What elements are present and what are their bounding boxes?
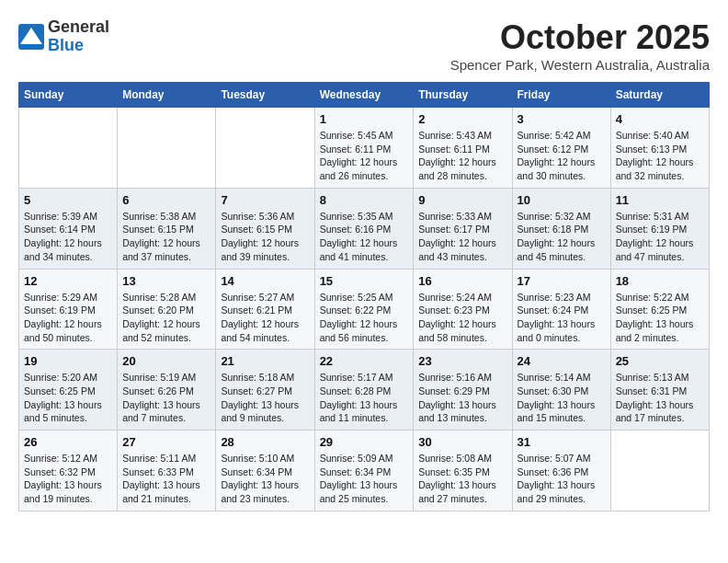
day-number: 29 bbox=[320, 435, 409, 449]
day-number: 3 bbox=[518, 112, 606, 126]
day-detail: Sunrise: 5:14 AM Sunset: 6:30 PM Dayligh… bbox=[518, 371, 606, 425]
calendar-cell: 28Sunrise: 5:10 AM Sunset: 6:34 PM Dayli… bbox=[216, 431, 314, 511]
day-detail: Sunrise: 5:27 AM Sunset: 6:21 PM Dayligh… bbox=[221, 291, 309, 345]
calendar-cell: 18Sunrise: 5:22 AM Sunset: 6:25 PM Dayli… bbox=[610, 269, 709, 350]
day-header-saturday: Saturday bbox=[610, 83, 709, 108]
calendar-cell: 5Sunrise: 5:39 AM Sunset: 6:14 PM Daylig… bbox=[19, 188, 118, 269]
day-number: 19 bbox=[24, 354, 112, 368]
day-header-thursday: Thursday bbox=[414, 83, 512, 108]
day-number: 16 bbox=[418, 274, 506, 288]
calendar-cell: 23Sunrise: 5:16 AM Sunset: 6:29 PM Dayli… bbox=[414, 350, 512, 431]
day-number: 11 bbox=[616, 193, 704, 207]
day-number: 28 bbox=[221, 435, 309, 449]
day-number: 5 bbox=[24, 193, 112, 207]
day-header-sunday: Sunday bbox=[19, 83, 118, 108]
day-detail: Sunrise: 5:11 AM Sunset: 6:33 PM Dayligh… bbox=[122, 452, 210, 506]
calendar-week-2: 12Sunrise: 5:29 AM Sunset: 6:19 PM Dayli… bbox=[19, 269, 710, 350]
calendar-cell: 17Sunrise: 5:23 AM Sunset: 6:24 PM Dayli… bbox=[512, 269, 610, 350]
day-number: 6 bbox=[122, 193, 210, 207]
logo-icon bbox=[18, 24, 44, 50]
calendar-cell: 1Sunrise: 5:45 AM Sunset: 6:11 PM Daylig… bbox=[314, 108, 414, 189]
day-number: 13 bbox=[122, 274, 210, 288]
calendar-header: SundayMondayTuesdayWednesdayThursdayFrid… bbox=[19, 83, 710, 108]
page-header: General Blue October 2025 Spencer Park, … bbox=[18, 18, 710, 73]
day-detail: Sunrise: 5:38 AM Sunset: 6:15 PM Dayligh… bbox=[122, 210, 210, 264]
day-number: 2 bbox=[418, 112, 506, 126]
calendar-cell: 22Sunrise: 5:17 AM Sunset: 6:28 PM Dayli… bbox=[314, 350, 414, 431]
day-detail: Sunrise: 5:45 AM Sunset: 6:11 PM Dayligh… bbox=[320, 129, 409, 183]
day-detail: Sunrise: 5:09 AM Sunset: 6:34 PM Dayligh… bbox=[320, 452, 409, 506]
calendar-cell: 2Sunrise: 5:43 AM Sunset: 6:11 PM Daylig… bbox=[414, 108, 512, 189]
calendar-cell: 16Sunrise: 5:24 AM Sunset: 6:23 PM Dayli… bbox=[414, 269, 512, 350]
day-header-tuesday: Tuesday bbox=[216, 83, 314, 108]
day-detail: Sunrise: 5:40 AM Sunset: 6:13 PM Dayligh… bbox=[616, 129, 704, 183]
calendar-week-1: 5Sunrise: 5:39 AM Sunset: 6:14 PM Daylig… bbox=[19, 188, 710, 269]
day-detail: Sunrise: 5:12 AM Sunset: 6:32 PM Dayligh… bbox=[24, 452, 112, 506]
calendar-cell bbox=[610, 431, 709, 511]
calendar-week-3: 19Sunrise: 5:20 AM Sunset: 6:25 PM Dayli… bbox=[19, 350, 710, 431]
day-number: 20 bbox=[122, 354, 210, 368]
calendar-cell: 15Sunrise: 5:25 AM Sunset: 6:22 PM Dayli… bbox=[314, 269, 414, 350]
calendar-cell bbox=[216, 108, 314, 189]
day-detail: Sunrise: 5:18 AM Sunset: 6:27 PM Dayligh… bbox=[221, 371, 309, 425]
day-detail: Sunrise: 5:25 AM Sunset: 6:22 PM Dayligh… bbox=[320, 291, 409, 345]
calendar-cell: 27Sunrise: 5:11 AM Sunset: 6:33 PM Dayli… bbox=[118, 431, 216, 511]
logo-blue-text: Blue bbox=[48, 36, 84, 54]
day-detail: Sunrise: 5:24 AM Sunset: 6:23 PM Dayligh… bbox=[418, 291, 506, 345]
day-number: 1 bbox=[320, 112, 409, 126]
day-number: 12 bbox=[24, 274, 112, 288]
calendar-cell bbox=[118, 108, 216, 189]
calendar-cell: 20Sunrise: 5:19 AM Sunset: 6:26 PM Dayli… bbox=[118, 350, 216, 431]
day-number: 31 bbox=[518, 435, 606, 449]
day-detail: Sunrise: 5:19 AM Sunset: 6:26 PM Dayligh… bbox=[122, 371, 210, 425]
day-detail: Sunrise: 5:23 AM Sunset: 6:24 PM Dayligh… bbox=[518, 291, 606, 345]
calendar-cell: 21Sunrise: 5:18 AM Sunset: 6:27 PM Dayli… bbox=[216, 350, 314, 431]
calendar-week-0: 1Sunrise: 5:45 AM Sunset: 6:11 PM Daylig… bbox=[19, 108, 710, 189]
day-detail: Sunrise: 5:43 AM Sunset: 6:11 PM Dayligh… bbox=[418, 129, 506, 183]
calendar-cell: 13Sunrise: 5:28 AM Sunset: 6:20 PM Dayli… bbox=[118, 269, 216, 350]
day-detail: Sunrise: 5:07 AM Sunset: 6:36 PM Dayligh… bbox=[518, 452, 606, 506]
day-number: 21 bbox=[221, 354, 309, 368]
calendar-week-4: 26Sunrise: 5:12 AM Sunset: 6:32 PM Dayli… bbox=[19, 431, 710, 511]
calendar-cell: 7Sunrise: 5:36 AM Sunset: 6:15 PM Daylig… bbox=[216, 188, 314, 269]
day-number: 23 bbox=[418, 354, 506, 368]
calendar-cell bbox=[19, 108, 118, 189]
day-number: 10 bbox=[518, 193, 606, 207]
day-number: 4 bbox=[616, 112, 704, 126]
day-number: 8 bbox=[320, 193, 409, 207]
day-number: 17 bbox=[518, 274, 606, 288]
day-number: 15 bbox=[320, 274, 409, 288]
day-detail: Sunrise: 5:17 AM Sunset: 6:28 PM Dayligh… bbox=[320, 371, 409, 425]
day-number: 25 bbox=[616, 354, 704, 368]
calendar-cell: 26Sunrise: 5:12 AM Sunset: 6:32 PM Dayli… bbox=[19, 431, 118, 511]
day-detail: Sunrise: 5:10 AM Sunset: 6:34 PM Dayligh… bbox=[221, 452, 309, 506]
day-detail: Sunrise: 5:42 AM Sunset: 6:12 PM Dayligh… bbox=[518, 129, 606, 183]
day-header-friday: Friday bbox=[512, 83, 610, 108]
calendar-cell: 31Sunrise: 5:07 AM Sunset: 6:36 PM Dayli… bbox=[512, 431, 610, 511]
day-header-monday: Monday bbox=[118, 83, 216, 108]
logo-text: General Blue bbox=[48, 18, 109, 55]
location-subtitle: Spencer Park, Western Australia, Austral… bbox=[450, 57, 710, 73]
logo-general-text: General bbox=[48, 17, 109, 36]
day-number: 7 bbox=[221, 193, 309, 207]
calendar-table: SundayMondayTuesdayWednesdayThursdayFrid… bbox=[18, 82, 710, 511]
calendar-cell: 9Sunrise: 5:33 AM Sunset: 6:17 PM Daylig… bbox=[414, 188, 512, 269]
day-number: 22 bbox=[320, 354, 409, 368]
calendar-cell: 6Sunrise: 5:38 AM Sunset: 6:15 PM Daylig… bbox=[118, 188, 216, 269]
month-title: October 2025 bbox=[450, 18, 710, 57]
day-detail: Sunrise: 5:31 AM Sunset: 6:19 PM Dayligh… bbox=[616, 210, 704, 264]
calendar-cell: 25Sunrise: 5:13 AM Sunset: 6:31 PM Dayli… bbox=[610, 350, 709, 431]
day-detail: Sunrise: 5:32 AM Sunset: 6:18 PM Dayligh… bbox=[518, 210, 606, 264]
calendar-cell: 30Sunrise: 5:08 AM Sunset: 6:35 PM Dayli… bbox=[414, 431, 512, 511]
day-detail: Sunrise: 5:22 AM Sunset: 6:25 PM Dayligh… bbox=[616, 291, 704, 345]
day-detail: Sunrise: 5:13 AM Sunset: 6:31 PM Dayligh… bbox=[616, 371, 704, 425]
day-detail: Sunrise: 5:20 AM Sunset: 6:25 PM Dayligh… bbox=[24, 371, 112, 425]
calendar-cell: 8Sunrise: 5:35 AM Sunset: 6:16 PM Daylig… bbox=[314, 188, 414, 269]
logo: General Blue bbox=[18, 18, 109, 55]
day-number: 14 bbox=[221, 274, 309, 288]
day-number: 9 bbox=[418, 193, 506, 207]
day-detail: Sunrise: 5:39 AM Sunset: 6:14 PM Dayligh… bbox=[24, 210, 112, 264]
day-number: 30 bbox=[418, 435, 506, 449]
day-detail: Sunrise: 5:35 AM Sunset: 6:16 PM Dayligh… bbox=[320, 210, 409, 264]
calendar-cell: 24Sunrise: 5:14 AM Sunset: 6:30 PM Dayli… bbox=[512, 350, 610, 431]
